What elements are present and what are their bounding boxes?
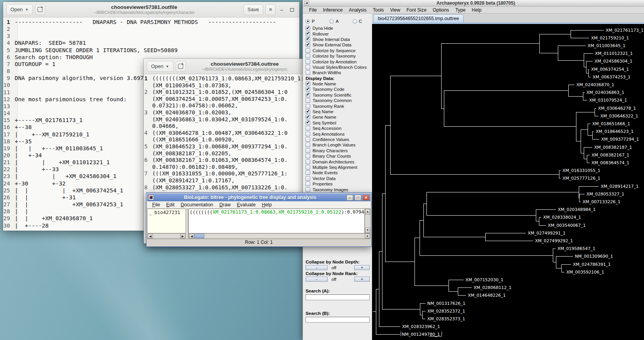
- leaf-label[interactable]: NM_001249780_1: [402, 332, 440, 337]
- tree-canvas[interactable]: XM_021761173_1XM_021759210_1XM_011003645…: [372, 22, 644, 340]
- option-dyna-hide[interactable]: Dyna Hide: [306, 26, 371, 31]
- leaf-label[interactable]: XM_019586547_1: [557, 246, 595, 251]
- option-branch-widths[interactable]: Branch Widths: [306, 70, 371, 75]
- leaf-label[interactable]: XM_024036870_1: [576, 82, 614, 87]
- option-colorize-by-sequence[interactable]: Colorize by Sequence: [306, 48, 371, 53]
- leaf-label[interactable]: XM_021761173_1: [606, 28, 644, 33]
- leaf-label[interactable]: XM_027499291_1: [528, 231, 566, 236]
- leaf-label[interactable]: XM_025777126_1: [562, 176, 600, 181]
- text-hscrollbar[interactable]: ◀ ▼: [189, 233, 370, 239]
- menu-tools[interactable]: Tools: [370, 7, 387, 13]
- splitter-handle[interactable]: [186, 209, 189, 233]
- leaf-label[interactable]: XM_008382187_1: [594, 145, 632, 150]
- leaf-label[interactable]: XM_018651666_1: [592, 121, 630, 126]
- open-button[interactable]: Open ▼: [6, 4, 33, 15]
- leaf-label[interactable]: XM_028914217_1: [601, 184, 639, 189]
- menu-help[interactable]: Help: [259, 202, 275, 207]
- option-taxonomy-images[interactable]: Taxonomy Images: [306, 187, 371, 192]
- option-branch-length-values[interactable]: Branch Length Values: [306, 142, 371, 148]
- leaf-label[interactable]: XM_018646523_1: [596, 129, 634, 134]
- menu-file[interactable]: File: [306, 7, 320, 13]
- leaf-label[interactable]: XM_008364574_1: [591, 160, 629, 165]
- menu-evaluate[interactable]: Evaluate: [234, 202, 258, 207]
- option-seq-symbol[interactable]: Seq Symbol: [306, 120, 371, 126]
- scrollbar-track[interactable]: [153, 234, 180, 238]
- leaf-label[interactable]: XM_031079524_1: [589, 98, 627, 103]
- menu-options[interactable]: Options: [430, 7, 452, 13]
- leaf-label[interactable]: XM_016331055_1: [562, 168, 600, 173]
- collapse-depth-minus-button[interactable]: -: [306, 265, 328, 270]
- option-taxonomy-scientific[interactable]: Taxonomy Scientific: [306, 92, 371, 98]
- new-tab-button[interactable]: [176, 61, 186, 72]
- leaf-label[interactable]: XM_009377294_1: [601, 137, 639, 142]
- option-taxonomy-code[interactable]: Taxonomy Code: [306, 87, 371, 92]
- leaf-label[interactable]: XM_003592106_1: [566, 270, 604, 275]
- menu-font-size[interactable]: Font Size: [403, 7, 430, 13]
- leaf-label[interactable]: XM_028323962_1: [402, 324, 440, 329]
- leaf-label[interactable]: NM_001317626_1: [427, 301, 466, 306]
- option-multiple-seq-alignment[interactable]: Multiple Seq Alignment: [306, 165, 371, 170]
- menu-help[interactable]: Help: [469, 7, 484, 13]
- leaf-label[interactable]: XM_027499292_1: [535, 238, 573, 243]
- option-colorize-by-annotation[interactable]: Colorize by Annotation: [306, 59, 371, 64]
- list-hscrollbar[interactable]: ◀ ▶: [147, 233, 186, 239]
- sequence-list[interactable]: _ bio427231: [147, 209, 186, 233]
- leaf-label[interactable]: XM_020348984_1: [558, 207, 596, 212]
- scroll-left-icon[interactable]: ◀: [189, 234, 194, 238]
- option-confidence-values[interactable]: Confidence Values: [306, 137, 371, 142]
- leaf-label[interactable]: XM_028352373_1: [427, 316, 465, 321]
- leaf-label[interactable]: XM_028338024_1: [543, 215, 581, 220]
- save-button[interactable]: Save: [243, 4, 263, 15]
- collapse-rank-minus-button[interactable]: -: [306, 277, 328, 282]
- leaf-label[interactable]: XM_007133226_1: [583, 199, 620, 204]
- leaf-label[interactable]: XM_008382167_1: [591, 153, 629, 158]
- titlebar[interactable]: Archaeopteryx 0.9928 beta (180705): [303, 0, 644, 7]
- leaf-label[interactable]: XM_014648226_1: [468, 293, 506, 298]
- close-button[interactable]: ✕: [363, 195, 369, 201]
- maximize-button[interactable]: □: [355, 195, 361, 201]
- option-seq-name[interactable]: Seq Name: [306, 109, 371, 114]
- leaf-label[interactable]: XM_011003645_1: [588, 43, 625, 48]
- scroll-down-icon[interactable]: ▼: [365, 228, 370, 233]
- option-gene-name[interactable]: Gene Name: [306, 114, 371, 120]
- leaf-label[interactable]: XM_028053327_1: [586, 192, 624, 197]
- leaf-label[interactable]: XM_030646278_1: [598, 106, 636, 111]
- option-colorize-by-taxonomy[interactable]: Colorize by Taxonomy: [306, 53, 371, 59]
- leaf-label[interactable]: XM_021759210_1: [591, 36, 629, 41]
- radio-a[interactable]: A: [330, 19, 353, 24]
- leaf-label[interactable]: XM_007152030_1: [466, 277, 503, 282]
- maximize-button[interactable]: [288, 7, 296, 13]
- option-show-internal-data[interactable]: Show Internal Data: [306, 37, 371, 42]
- option-binary-char-counts[interactable]: Binary Char Counts: [306, 153, 371, 159]
- option-node-name[interactable]: Node Name: [306, 81, 371, 87]
- menu-analysis[interactable]: Analysis: [346, 7, 370, 13]
- leaf-label[interactable]: XM_006374254_1: [591, 67, 629, 72]
- leaf-label[interactable]: XM_028352372_1: [427, 309, 465, 314]
- vertical-scrollbar[interactable]: ▲ ▼: [365, 209, 370, 233]
- scroll-right-icon[interactable]: ▶: [180, 234, 185, 238]
- scroll-down-icon[interactable]: ▼: [365, 234, 370, 238]
- scrollbar-thumb[interactable]: [194, 234, 204, 238]
- leaf-label[interactable]: XM_006374253_1: [593, 75, 630, 80]
- option-node-events[interactable]: Node Events: [306, 170, 371, 175]
- option-properties[interactable]: Properties: [306, 181, 371, 187]
- collapse-depth-plus-button[interactable]: +: [354, 265, 370, 270]
- option-seq-annotations[interactable]: Seq Annotations: [306, 131, 371, 136]
- option-visual-styles-branch-colors[interactable]: Visual Styles/Branch Colors: [306, 65, 371, 70]
- option-taxonomy-rank[interactable]: Taxonomy Rank: [306, 103, 371, 109]
- scroll-left-icon[interactable]: ◀: [148, 234, 153, 238]
- scroll-up-icon[interactable]: ▲: [365, 209, 370, 214]
- menu-draw[interactable]: Draw: [217, 202, 233, 207]
- new-tab-button[interactable]: [35, 4, 45, 15]
- option-rollover[interactable]: Rollover: [306, 31, 371, 36]
- menu-view[interactable]: View: [387, 7, 403, 13]
- list-item-name[interactable]: bio427231: [155, 210, 180, 215]
- search-b-input[interactable]: [306, 317, 370, 323]
- menu-edit[interactable]: Edit: [163, 202, 177, 207]
- newick-text-area[interactable]: ((((((((XM_021761173_1:0.08663,XM_021759…: [189, 209, 365, 233]
- menu-button[interactable]: ≡: [265, 4, 275, 15]
- leaf-label[interactable]: XM_028068112_1: [474, 285, 511, 290]
- menu-type[interactable]: Type: [452, 7, 469, 13]
- leaf-label[interactable]: XM_030646322_1: [600, 114, 638, 119]
- option-taxonomy-common[interactable]: Taxonomy Common: [306, 98, 371, 103]
